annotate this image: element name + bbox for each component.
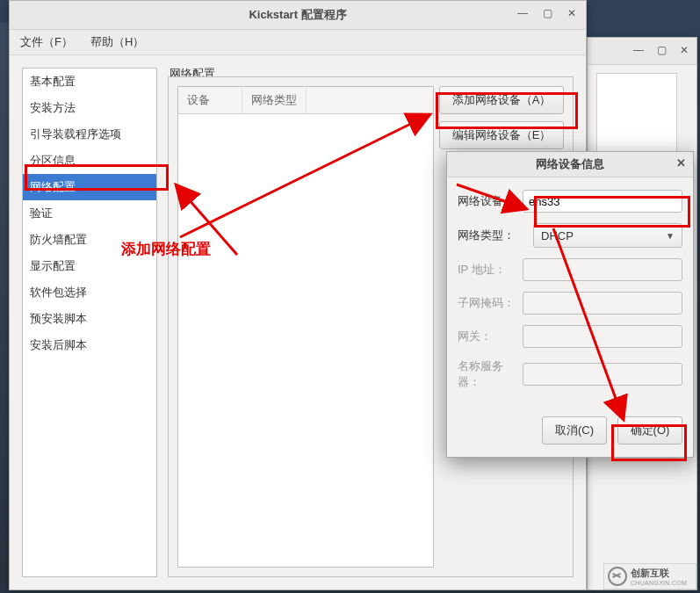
dialog-close-icon[interactable]: ✕ [674,156,688,170]
netmask-input [523,292,682,315]
watermark-brand: 创新互联 [631,567,687,580]
sidebar-item-partition[interactable]: 分区信息 [23,148,156,174]
menu-help[interactable]: 帮助（H） [87,33,148,52]
dialog-titlebar: 网络设备信息 ✕ [447,152,693,177]
maximize-icon[interactable]: ▢ [540,6,554,20]
sidebar-item-install[interactable]: 安装方法 [23,95,156,121]
menu-bar: 文件（F） 帮助（H） [10,30,586,55]
table-header-device: 设备 [178,87,242,113]
ok-button[interactable]: 确定(O) [617,416,682,445]
nameserver-label: 名称服务器： [458,358,523,390]
edit-network-device-button[interactable]: 编辑网络设备（E） [439,121,564,149]
sidebar-item-display[interactable]: 显示配置 [23,253,156,279]
nameserver-input [523,363,682,386]
sidebar-item-packages[interactable]: 软件包选择 [23,279,156,306]
background-window-titlebar: ― ▢ ✕ [588,38,696,65]
device-input[interactable] [523,190,682,213]
gateway-label: 网关： [458,329,523,344]
sidebar: 基本配置 安装方法 引导装载程序选项 分区信息 网络配置 验证 防火墙配置 显示… [22,68,157,577]
sidebar-item-pre[interactable]: 预安装脚本 [23,306,156,332]
menu-file[interactable]: 文件（F） [17,33,76,52]
watermark-logo-icon [608,567,627,586]
cancel-button[interactable]: 取消(C) [542,416,607,445]
device-table: 设备 网络类型 [177,86,434,568]
maximize-icon[interactable]: ▢ [654,43,668,57]
ip-label: IP 地址： [458,262,523,278]
gateway-input [523,325,682,348]
chevron-down-icon: ▼ [666,231,675,241]
network-type-value: DHCP [541,229,574,242]
type-label: 网络类型： [458,228,533,243]
sidebar-item-network[interactable]: 网络配置 [23,174,156,200]
ip-input [523,258,682,281]
close-icon[interactable]: ✕ [677,43,691,57]
watermark-sub: CHUANGXIN.COM [631,580,687,586]
close-icon[interactable]: ✕ [565,6,579,20]
sidebar-item-basic[interactable]: 基本配置 [23,69,156,95]
device-label: 网络设备： [458,193,523,209]
sidebar-item-post[interactable]: 安装后脚本 [23,332,156,358]
sidebar-item-bootloader[interactable]: 引导装载程序选项 [23,121,156,148]
window-title: Kickstart 配置程序 [249,7,346,23]
network-type-select[interactable]: DHCP ▼ [533,223,682,248]
netmask-label: 子网掩码： [458,295,523,311]
sidebar-item-firewall[interactable]: 防火墙配置 [23,227,156,253]
minimize-icon[interactable]: ― [516,6,530,20]
table-header-type: 网络类型 [242,87,307,113]
network-device-dialog: 网络设备信息 ✕ 网络设备： 网络类型： DHCP ▼ IP 地址： 子网掩码：… [446,151,694,458]
watermark: 创新互联 CHUANGXIN.COM [603,563,696,589]
minimize-icon[interactable]: ― [631,43,646,57]
add-network-device-button[interactable]: 添加网络设备（A） [439,86,564,114]
sidebar-item-auth[interactable]: 验证 [23,200,156,227]
titlebar: Kickstart 配置程序 ― ▢ ✕ [10,1,586,30]
dialog-title: 网络设备信息 [536,156,604,172]
